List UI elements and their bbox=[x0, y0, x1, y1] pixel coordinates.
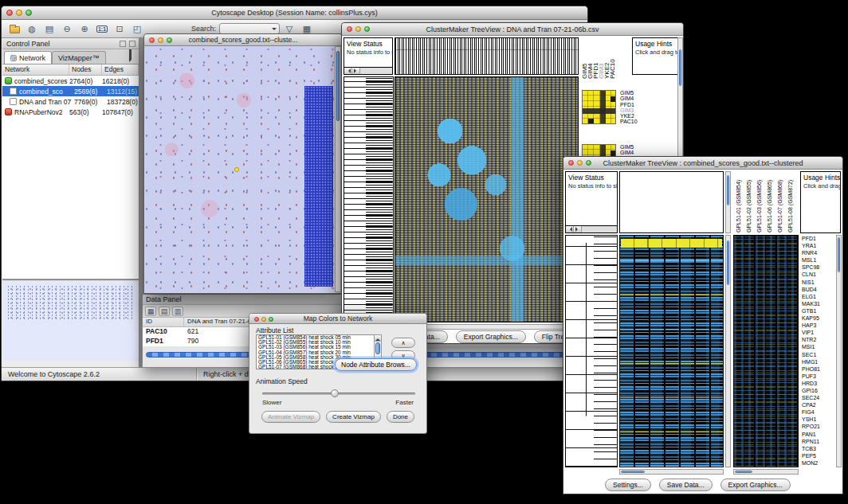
gene-label[interactable]: HAP3 bbox=[800, 322, 830, 329]
network-table-row[interactable]: combined_scores 2764(0) 16218(0) bbox=[2, 76, 139, 86]
gene-label[interactable]: PFD1 bbox=[800, 235, 830, 242]
close-icon[interactable] bbox=[6, 10, 13, 16]
move-up-button[interactable]: ∧ bbox=[391, 338, 415, 348]
scrollbar-thumb[interactable] bbox=[375, 342, 380, 354]
gene-label[interactable]: SEC24 bbox=[800, 394, 830, 401]
column-header-nodes[interactable]: Nodes bbox=[69, 64, 102, 75]
gene-label[interactable]: YRA1 bbox=[800, 242, 830, 249]
mini-horizontal-scrollbar[interactable] bbox=[566, 225, 617, 232]
scrollbar-thumb[interactable] bbox=[679, 49, 681, 86]
gene-label[interactable]: CPA2 bbox=[800, 401, 830, 408]
tab-network[interactable]: Network bbox=[4, 51, 52, 64]
treeview-action-button[interactable]: Export Graphics... bbox=[456, 330, 526, 343]
network-canvas[interactable] bbox=[145, 46, 335, 292]
close-icon[interactable] bbox=[149, 37, 155, 43]
minimize-icon[interactable] bbox=[158, 37, 163, 43]
gene-label[interactable]: PAN1 bbox=[800, 431, 830, 438]
gene-label[interactable]: SPC98 bbox=[800, 264, 830, 271]
gene-label[interactable]: MON2 bbox=[800, 459, 830, 467]
zoom-selected-button[interactable]: ◰ bbox=[129, 21, 145, 37]
gene-label[interactable]: RPN11 bbox=[800, 438, 830, 445]
heatmap-horizontal-scrollbar[interactable] bbox=[619, 469, 724, 475]
minimize-icon[interactable] bbox=[16, 10, 22, 16]
scroll-left-icon[interactable] bbox=[566, 226, 574, 232]
header-vertical-scrollbar[interactable] bbox=[725, 171, 731, 233]
gene-label[interactable]: KAP95 bbox=[800, 315, 830, 322]
animate-vizmap-button[interactable]: Animate Vizmap bbox=[261, 411, 320, 423]
create-vizmap-button[interactable]: Create Vizmap bbox=[326, 411, 381, 423]
minimize-icon[interactable] bbox=[355, 26, 361, 32]
row-dendrogram[interactable] bbox=[344, 76, 394, 322]
node-attribute-browser-button[interactable]: Node Attribute Brows... bbox=[335, 358, 417, 371]
search-input[interactable] bbox=[219, 23, 280, 34]
gene-label[interactable]: RPO21 bbox=[800, 423, 830, 430]
row-dendrogram[interactable] bbox=[565, 235, 618, 467]
gene-label[interactable]: GIM5 bbox=[620, 90, 638, 96]
gene-label[interactable]: GIM3 bbox=[620, 107, 638, 113]
float-panel-icon[interactable] bbox=[120, 41, 126, 47]
secondary-horizontal-scrollbar[interactable] bbox=[733, 469, 799, 475]
network-view-titlebar[interactable]: combined_scores_good.txt--cluste... bbox=[144, 34, 342, 46]
column-label[interactable]: PAC10 bbox=[610, 41, 615, 79]
close-icon[interactable] bbox=[568, 160, 574, 166]
zoom-icon[interactable] bbox=[167, 37, 172, 43]
scroll-right-icon[interactable] bbox=[574, 226, 582, 232]
dense-node-cluster[interactable] bbox=[304, 86, 333, 287]
gene-label[interactable]: HMG1 bbox=[800, 358, 830, 365]
column-label[interactable]: GPL51-07 (GSM868) bbox=[775, 172, 785, 232]
slider-thumb[interactable] bbox=[331, 389, 339, 397]
gene-label[interactable]: TCB3 bbox=[800, 445, 830, 452]
gene-label[interactable]: GPI16 bbox=[800, 387, 830, 394]
scrollbar-thumb[interactable] bbox=[727, 175, 729, 205]
close-panel-icon[interactable] bbox=[129, 41, 135, 47]
gene-label[interactable]: CLN1 bbox=[800, 271, 830, 278]
gene-label[interactable]: RNR4 bbox=[800, 249, 830, 256]
gene-label[interactable]: GIM4 bbox=[620, 150, 638, 155]
gene-label[interactable]: MAK31 bbox=[800, 300, 830, 307]
column-label[interactable]: GPL51-03 (GSM856) bbox=[754, 172, 764, 232]
zoom-icon[interactable] bbox=[364, 26, 370, 32]
minimize-icon[interactable] bbox=[577, 160, 583, 166]
treeview-action-button[interactable]: Settings... bbox=[605, 479, 651, 491]
chevron-down-icon[interactable] bbox=[272, 28, 277, 33]
column-dendrogram[interactable] bbox=[395, 37, 579, 75]
treeview-combined-titlebar[interactable]: ClusterMaker TreeView : combined_scores_… bbox=[563, 157, 842, 170]
zoom-one-to-one-button[interactable]: 1:1 bbox=[94, 21, 110, 37]
scrollbar-thumb[interactable] bbox=[838, 237, 840, 272]
gene-label[interactable]: PUF3 bbox=[800, 373, 830, 380]
scroll-right-icon[interactable] bbox=[352, 68, 360, 74]
selected-node[interactable] bbox=[234, 167, 239, 172]
gene-label[interactable]: SEC1 bbox=[800, 351, 830, 358]
treeview-action-button[interactable]: Export Graphics... bbox=[720, 479, 791, 491]
gene-label[interactable]: YKE2 bbox=[620, 113, 638, 119]
attribute-delete-icon[interactable]: ▥ bbox=[172, 307, 183, 316]
close-icon[interactable] bbox=[347, 26, 352, 32]
scrollbar-thumb[interactable] bbox=[336, 51, 340, 121]
gene-label[interactable]: MSI1 bbox=[800, 343, 830, 350]
import-web-button[interactable]: ◍ bbox=[24, 21, 40, 37]
gene-label[interactable]: PEP5 bbox=[800, 452, 830, 459]
gene-label[interactable]: VIP1 bbox=[800, 329, 830, 336]
column-dendrogram-empty[interactable] bbox=[619, 171, 724, 233]
gene-label[interactable]: NTR2 bbox=[800, 336, 830, 343]
animation-speed-slider[interactable] bbox=[262, 389, 415, 397]
print-button[interactable]: ▤ bbox=[41, 21, 57, 37]
scroll-left-icon[interactable] bbox=[344, 68, 352, 74]
zoom-out-button[interactable]: ⊖ bbox=[59, 21, 75, 37]
close-icon[interactable] bbox=[254, 317, 259, 322]
gene-label[interactable]: PFD1 bbox=[620, 102, 638, 107]
column-label[interactable]: GPL51-08 (GSM872) bbox=[785, 172, 795, 232]
open-session-button[interactable] bbox=[6, 21, 22, 37]
network-vertical-scrollbar[interactable] bbox=[335, 46, 341, 292]
zoom-fit-button[interactable]: ⊡ bbox=[112, 21, 128, 37]
column-label[interactable]: GPL51-01 (GSM854) bbox=[733, 172, 744, 232]
gene-label[interactable]: NIS1 bbox=[800, 279, 830, 286]
heatmap-main[interactable] bbox=[619, 235, 724, 467]
network-table-row[interactable]: RNAPuberNov2 563(0) 107847(0) bbox=[2, 107, 139, 117]
heatmap-main[interactable] bbox=[395, 76, 579, 322]
column-header-id[interactable]: ID bbox=[143, 318, 184, 326]
gene-label[interactable]: PAC10 bbox=[620, 119, 638, 124]
zoom-icon[interactable] bbox=[26, 10, 32, 16]
heatmap-secondary[interactable] bbox=[733, 235, 799, 467]
treeview-action-button[interactable]: Save Data... bbox=[659, 479, 713, 491]
